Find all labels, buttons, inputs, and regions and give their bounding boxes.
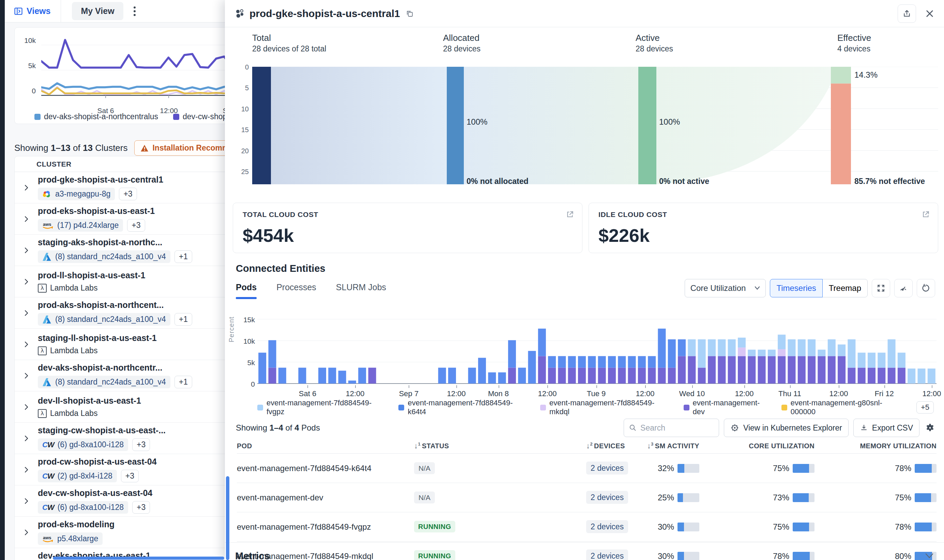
cluster-row[interactable]: dev-aks-shopist-a-northcentr... (8) stan… xyxy=(15,360,225,391)
export-csv-button[interactable]: Export CSV xyxy=(853,418,919,437)
column-header-sm-activity[interactable]: ↓3SM ACTIVITY xyxy=(641,442,699,450)
instance-type-chip[interactable]: awsp5.48xlarge xyxy=(38,532,103,545)
instance-type-chip[interactable]: CW(2) gd-8xl4-i128 xyxy=(38,470,117,482)
more-types-chip[interactable]: +3 xyxy=(127,219,145,232)
expand-chevron-icon[interactable] xyxy=(22,215,30,223)
cluster-name[interactable]: staging-aks-shopist-a-northc... xyxy=(38,237,192,247)
instance-type-chip[interactable]: (8) standard_nc24ads_a100_v4 xyxy=(38,250,170,263)
fullscreen-button[interactable] xyxy=(872,279,890,297)
expand-chevron-icon[interactable] xyxy=(22,497,30,505)
installation-recommendations-badge[interactable]: Installation Recommendations (305) xyxy=(134,140,225,156)
pod-row[interactable]: event-management-dev N/A 2 devices 25% 7… xyxy=(237,483,936,512)
legend-item[interactable]: dev-cw-shopist-a-us-east xyxy=(173,112,225,121)
tab-pods[interactable]: Pods xyxy=(236,282,257,294)
cluster-row[interactable]: prod-cw-shopist-a-us-east-04 CW(2) gd-8x… xyxy=(15,454,225,485)
table-settings-gear-icon[interactable] xyxy=(925,423,935,433)
cluster-row[interactable]: prod-gke-shopist-a-us-central1 a3-megagp… xyxy=(15,172,225,203)
horizontal-scrollbar[interactable] xyxy=(53,557,224,560)
expand-chevron-icon[interactable] xyxy=(22,184,30,192)
column-header-status[interactable]: ↓1STATUS xyxy=(414,442,586,450)
metric-dropdown[interactable]: Core Utilization xyxy=(685,279,766,297)
cluster-row[interactable]: staging-ll-shopist-a-us-east-1 λLambda L… xyxy=(15,329,225,360)
more-types-chip[interactable]: +3 xyxy=(119,188,137,200)
cluster-name[interactable]: prod-aks-shopist-a-northcent... xyxy=(38,300,192,310)
pod-row[interactable]: event-management-7fd884549-fvgpz RUNNING… xyxy=(237,512,936,542)
pod-legend-item[interactable]: event-management-7fd884549-fvgpz xyxy=(257,398,388,416)
more-types-chip[interactable]: +3 xyxy=(121,470,139,482)
pod-legend-item[interactable]: event-management-7fd884549-k64t4 xyxy=(398,398,530,416)
devices-chip[interactable]: 2 devices xyxy=(586,520,628,533)
cluster-row[interactable]: prod-eks-modeling awsp5.48xlarge xyxy=(15,517,225,548)
pod-legend-item[interactable]: event-management-dev xyxy=(684,398,771,416)
toggle-timeseries[interactable]: Timeseries xyxy=(770,279,822,297)
cluster-row[interactable]: staging-cw-shopist-a-us-east-... CW(6) g… xyxy=(15,423,225,454)
tab-my-view[interactable]: My View xyxy=(72,2,123,20)
column-header-devices[interactable]: ↓2DEVICES xyxy=(586,442,641,450)
cluster-row[interactable]: dev-ll-shopist-a-us-east-1 λLambda Labs xyxy=(15,391,225,423)
cluster-row[interactable]: prod-ll-shopist-a-us-east-1 λLambda Labs xyxy=(15,266,225,297)
instance-type-chip[interactable]: CW(6) gd-8xa100-i128 xyxy=(38,501,128,514)
column-header-memory-utilization[interactable]: MEMORY UTILIZATION xyxy=(815,442,936,450)
tab-processes[interactable]: Processes xyxy=(276,282,316,294)
instance-type-chip[interactable]: a3-megagpu-8g xyxy=(38,188,115,200)
cluster-row[interactable]: dev-cw-shopist-a-us-east-04 CW(6) gd-8xa… xyxy=(15,485,225,517)
expand-chevron-icon[interactable] xyxy=(22,403,30,411)
pod-stacked-bar-chart[interactable] xyxy=(257,319,936,384)
expand-chevron-icon[interactable] xyxy=(22,278,30,286)
tab-slurm-jobs[interactable]: SLURM Jobs xyxy=(336,282,386,294)
external-link-icon[interactable] xyxy=(566,210,574,219)
share-button[interactable] xyxy=(898,5,916,23)
cluster-name[interactable]: dev-ll-shopist-a-us-east-1 xyxy=(38,396,141,406)
device-funnel-chart[interactable]: 100%100%14.3%0% not allocated0% not acti… xyxy=(252,67,938,189)
pod-legend-item[interactable]: event-management-7fd884549-mkdql xyxy=(540,398,673,416)
cluster-name[interactable]: staging-cw-shopist-a-us-east-... xyxy=(38,425,166,435)
more-types-chip[interactable]: +3 xyxy=(132,438,150,451)
search-input[interactable] xyxy=(641,423,714,432)
more-menu-icon[interactable] xyxy=(134,6,136,16)
external-link-icon[interactable] xyxy=(921,210,930,219)
cluster-name[interactable]: dev-aks-shopist-a-northcentr... xyxy=(38,363,192,373)
clusters-column-header[interactable]: CLUSTER xyxy=(15,156,225,172)
cluster-row[interactable]: staging-aks-shopist-a-northc... (8) stan… xyxy=(15,235,225,266)
devices-chip[interactable]: 2 devices xyxy=(586,462,628,474)
expand-chevron-icon[interactable] xyxy=(22,372,30,380)
expand-chevron-icon[interactable] xyxy=(22,466,30,474)
cluster-name[interactable]: prod-gke-shopist-a-us-central1 xyxy=(38,175,163,185)
view-in-kubernetes-explorer-button[interactable]: View in Kubernetes Explorer xyxy=(724,418,849,437)
expand-chevron-icon[interactable] xyxy=(22,434,30,443)
collapse-chevron-icon[interactable] xyxy=(925,548,934,559)
pod-row[interactable]: event-management-7fd884549-k64t4 N/A 2 d… xyxy=(237,454,936,483)
legend-more-chip[interactable]: +5 xyxy=(916,401,934,414)
instance-type-chip[interactable]: aws(17) p4d.24xlarge xyxy=(38,219,123,232)
cluster-name[interactable]: prod-eks-shopist-a-us-east-1 xyxy=(38,206,155,216)
expand-chevron-icon[interactable] xyxy=(22,528,30,537)
instance-type-chip[interactable]: (8) standard_nc24ads_a100_v4 xyxy=(38,313,170,326)
more-types-chip[interactable]: +1 xyxy=(174,313,192,326)
expand-chevron-icon[interactable] xyxy=(22,340,30,348)
instance-type-chip[interactable]: (8) standard_nc24ads_a100_v4 xyxy=(38,376,170,388)
sort-icon[interactable]: ↓2 xyxy=(586,442,593,450)
vertical-scrollbar[interactable] xyxy=(226,476,229,560)
copy-icon[interactable] xyxy=(405,9,414,18)
devices-chip[interactable]: 2 devices xyxy=(586,491,628,504)
gauge-button[interactable] xyxy=(894,279,913,297)
more-types-chip[interactable]: +1 xyxy=(174,250,192,263)
cluster-row[interactable]: prod-aks-shopist-a-northcent... (8) stan… xyxy=(15,297,225,329)
cluster-name[interactable]: prod-cw-shopist-a-us-east-04 xyxy=(38,457,157,467)
instance-type-chip[interactable]: CW(6) gd-8xa100-i128 xyxy=(38,438,128,451)
cluster-name[interactable]: prod-ll-shopist-a-us-east-1 xyxy=(38,271,145,280)
views-button[interactable]: Views xyxy=(14,6,51,16)
toggle-treemap[interactable]: Treemap xyxy=(822,279,868,297)
more-types-chip[interactable]: +1 xyxy=(174,376,192,388)
cluster-name[interactable]: prod-eks-modeling xyxy=(38,520,114,529)
expand-chevron-icon[interactable] xyxy=(22,246,30,254)
expand-chevron-icon[interactable] xyxy=(22,309,30,317)
reset-button[interactable] xyxy=(917,279,935,297)
line-chart-plot[interactable]: Sat 612:00Sep 7 xyxy=(41,32,225,104)
column-header-pod[interactable]: POD xyxy=(237,442,414,450)
cluster-row[interactable]: prod-eks-shopist-a-us-east-1 aws(17) p4d… xyxy=(15,203,225,235)
close-icon[interactable] xyxy=(925,9,935,18)
more-types-chip[interactable]: +3 xyxy=(132,501,150,514)
legend-item[interactable]: dev-aks-shopist-a-northcentralus xyxy=(34,112,158,121)
cluster-name[interactable]: staging-ll-shopist-a-us-east-1 xyxy=(38,333,157,343)
